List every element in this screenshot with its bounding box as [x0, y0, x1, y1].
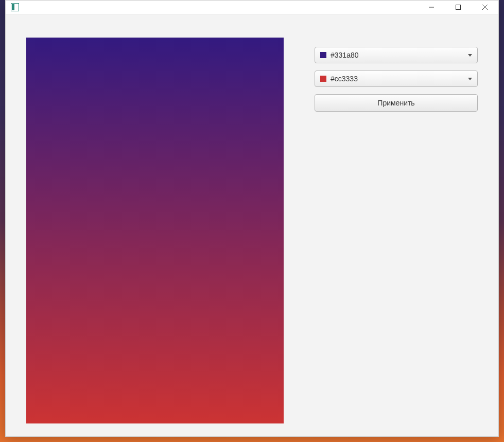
- close-button[interactable]: [472, 1, 498, 14]
- apply-button[interactable]: Применить: [315, 94, 478, 112]
- client-area: #331a80 #cc3333 Применить: [6, 14, 498, 436]
- color-swatch-icon: [320, 52, 326, 58]
- gradient-preview: [26, 38, 284, 423]
- app-icon: [11, 3, 19, 11]
- chevron-down-icon: [468, 54, 472, 57]
- window-controls: [418, 1, 498, 14]
- maximize-icon: [456, 5, 461, 10]
- minimize-icon: [429, 5, 434, 10]
- bottom-color-label: #cc3333: [331, 75, 468, 83]
- desktop-background: #331a80 #cc3333 Применить: [0, 0, 504, 442]
- controls-panel: #331a80 #cc3333 Применить: [315, 38, 478, 423]
- color-swatch-icon: [320, 76, 326, 82]
- apply-button-label: Применить: [377, 99, 414, 107]
- app-window: #331a80 #cc3333 Применить: [5, 0, 499, 437]
- bottom-color-select[interactable]: #cc3333: [315, 70, 478, 87]
- chevron-down-icon: [468, 78, 472, 80]
- close-icon: [482, 5, 488, 10]
- top-color-label: #331a80: [331, 51, 468, 59]
- svg-rect-1: [456, 5, 461, 10]
- maximize-button[interactable]: [445, 1, 472, 14]
- titlebar[interactable]: [6, 1, 498, 14]
- minimize-button[interactable]: [418, 1, 445, 14]
- top-color-select[interactable]: #331a80: [315, 47, 478, 63]
